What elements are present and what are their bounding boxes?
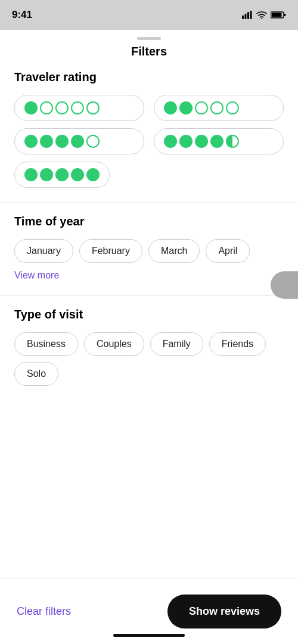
dot-filled (179, 135, 193, 148)
scroll-indicator (271, 271, 298, 299)
svg-rect-0 (242, 16, 244, 19)
month-april[interactable]: April (206, 239, 250, 263)
divider-1 (0, 202, 298, 203)
battery-icon (271, 11, 286, 19)
dot-filled (210, 135, 224, 148)
sheet-handle (0, 30, 298, 45)
traveler-rating-section: Traveler rating (0, 70, 298, 202)
modal-title: Filters (0, 45, 298, 70)
traveler-rating-title: Traveler rating (14, 70, 284, 84)
time-of-year-title: Time of year (14, 215, 284, 228)
rating-row-1 (14, 95, 284, 121)
dot-empty (195, 101, 208, 114)
type-of-visit-section: Type of visit Business Couples Family Fr… (0, 308, 298, 400)
clear-filters-button[interactable]: Clear filters (17, 605, 71, 618)
home-indicator (113, 634, 185, 637)
rating-2star[interactable] (154, 95, 284, 121)
dot-filled (164, 101, 177, 114)
rating-45star[interactable] (154, 128, 284, 154)
time-of-year-section: Time of year January February March Apri… (0, 215, 298, 295)
dot-empty (86, 101, 100, 114)
month-march[interactable]: March (148, 239, 200, 263)
dot-filled (195, 135, 208, 148)
dot-empty (71, 101, 84, 114)
wifi-icon (256, 11, 267, 19)
visit-friends[interactable]: Friends (209, 332, 266, 356)
svg-point-4 (261, 18, 262, 19)
view-more-link[interactable]: View more (14, 270, 59, 281)
dot-filled (71, 168, 84, 181)
dot-filled (24, 168, 38, 181)
svg-rect-1 (245, 14, 247, 19)
svg-rect-3 (250, 11, 252, 19)
signal-icon (242, 11, 253, 19)
status-bar: 9:41 (0, 0, 298, 30)
dot-empty (210, 101, 224, 114)
dot-empty (86, 135, 100, 148)
visit-business[interactable]: Business (14, 332, 78, 356)
visit-family[interactable]: Family (150, 332, 203, 356)
svg-rect-7 (284, 14, 286, 16)
dot-filled (24, 101, 38, 114)
dot-filled (86, 168, 100, 181)
month-january[interactable]: January (14, 239, 73, 263)
dot-empty (226, 101, 239, 114)
handle-bar (137, 37, 161, 40)
month-february[interactable]: February (79, 239, 142, 263)
rating-5star[interactable] (14, 162, 110, 188)
visit-types-group: Business Couples Family Friends Solo (14, 332, 284, 386)
dot-filled (40, 135, 53, 148)
svg-rect-6 (272, 13, 282, 17)
dot-filled (40, 168, 53, 181)
dot-filled (179, 101, 193, 114)
rating-4star[interactable] (14, 128, 144, 154)
rating-1star[interactable] (14, 95, 144, 121)
type-of-visit-title: Type of visit (14, 308, 284, 321)
dot-filled (164, 135, 177, 148)
dot-filled (55, 135, 69, 148)
status-time: 9:41 (12, 9, 32, 21)
divider-2 (0, 295, 298, 296)
show-reviews-button[interactable]: Show reviews (167, 595, 281, 628)
months-group: January February March April (14, 239, 284, 263)
rating-grid (14, 95, 284, 188)
rating-row-2 (14, 128, 284, 154)
dot-half (226, 135, 239, 148)
dot-empty (40, 101, 53, 114)
dot-filled (71, 135, 84, 148)
visit-solo[interactable]: Solo (14, 362, 58, 386)
dot-empty (55, 101, 69, 114)
dot-filled (55, 168, 69, 181)
status-icons (242, 11, 286, 19)
dot-filled (24, 135, 38, 148)
visit-couples[interactable]: Couples (84, 332, 144, 356)
svg-rect-2 (247, 12, 249, 19)
rating-row-3 (14, 162, 284, 188)
